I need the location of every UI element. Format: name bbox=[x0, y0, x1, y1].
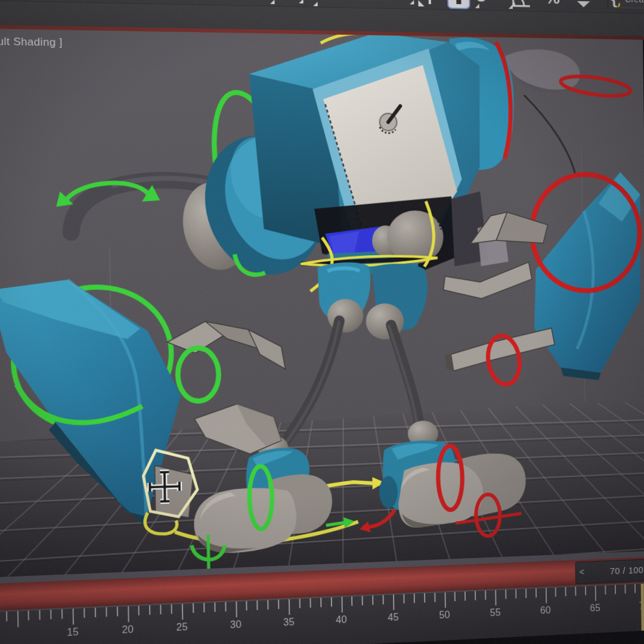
ruler-tick bbox=[225, 602, 226, 612]
ruler-tick bbox=[50, 609, 51, 619]
ruler-tick bbox=[160, 605, 161, 614]
percent-snap-toggle-icon[interactable]: % bbox=[544, 0, 574, 11]
ruler-tick bbox=[565, 587, 566, 596]
ruler-tick bbox=[73, 609, 75, 625]
ruler-tick bbox=[193, 603, 194, 613]
current-frame-marker[interactable] bbox=[640, 584, 644, 632]
frame-number-label: 40 bbox=[329, 614, 354, 626]
ruler-tick bbox=[495, 590, 496, 606]
ruler-tick bbox=[585, 586, 586, 595]
ruler-tick bbox=[39, 610, 41, 620]
ruler-tick bbox=[595, 586, 596, 600]
frame-number-label: 15 bbox=[60, 626, 86, 639]
ruler-tick bbox=[83, 608, 85, 618]
snaps-toggle-3d-icon[interactable]: 3 bbox=[475, 0, 506, 10]
ruler-tick bbox=[615, 585, 616, 594]
ruler-tick bbox=[116, 606, 117, 616]
ruler-tick bbox=[424, 593, 425, 603]
ruler-tick bbox=[624, 584, 626, 593]
ruler-tick bbox=[203, 603, 205, 612]
select-toggle-active[interactable] bbox=[447, 0, 470, 10]
ruler-tick bbox=[330, 597, 332, 607]
frame-number-label: 60 bbox=[534, 605, 558, 617]
ruler-tick bbox=[17, 611, 18, 627]
create-selection-set-field[interactable]: Creat bbox=[620, 0, 644, 10]
frame-number-label: 30 bbox=[223, 618, 249, 631]
angle-snap-toggle-icon[interactable] bbox=[508, 0, 541, 10]
ruler-tick bbox=[236, 602, 237, 617]
ruler-tick bbox=[413, 594, 414, 603]
previous-frame-arrow[interactable]: < bbox=[580, 567, 584, 577]
ruler-tick bbox=[465, 592, 466, 601]
ruler-tick bbox=[278, 600, 279, 609]
ruler-tick bbox=[383, 595, 384, 605]
ruler-tick bbox=[171, 604, 172, 614]
ruler-tick bbox=[341, 597, 342, 612]
frame-number-label: 25 bbox=[169, 621, 195, 633]
ruler-tick bbox=[555, 587, 556, 596]
flyout-indicator bbox=[313, 2, 317, 6]
viewport-shading-label[interactable]: efault Shading ] bbox=[0, 35, 63, 49]
ruler-tick bbox=[299, 599, 301, 608]
select-and-move-icon[interactable] bbox=[416, 0, 444, 8]
frame-number-label: 35 bbox=[276, 616, 301, 628]
ruler-tick bbox=[267, 600, 268, 609]
frame-number-label: 45 bbox=[381, 611, 405, 624]
ruler-tick bbox=[372, 596, 373, 605]
ruler-tick bbox=[106, 607, 107, 617]
frame-number-label: 65 bbox=[583, 602, 606, 614]
flyout-indicator bbox=[410, 0, 414, 4]
ruler-tick bbox=[515, 589, 516, 598]
ruler-tick bbox=[525, 589, 527, 597]
ruler-tick bbox=[605, 586, 606, 595]
toolbar-separator bbox=[607, 0, 609, 9]
ruler-tick bbox=[454, 592, 456, 602]
ruler-tick bbox=[182, 604, 184, 620]
ruler-tick bbox=[403, 594, 404, 603]
ruler-tick bbox=[309, 598, 311, 608]
ruler-tick bbox=[257, 600, 258, 610]
frame-number-label: 20 bbox=[114, 624, 141, 636]
ruler-tick bbox=[128, 606, 129, 623]
ruler-tick bbox=[320, 598, 321, 608]
ruler-tick bbox=[28, 611, 29, 620]
ruler-tick bbox=[575, 587, 576, 596]
time-slider-handle[interactable]: < 70 / 100 bbox=[575, 557, 644, 584]
ruler-tick bbox=[505, 590, 506, 599]
max-ui: ◣◢ 3 % bbox=[0, 0, 644, 644]
ruler-tick bbox=[246, 601, 247, 611]
viewport-canvas[interactable] bbox=[0, 29, 644, 580]
ruler-tick bbox=[545, 588, 546, 603]
ruler-tick bbox=[535, 589, 537, 597]
flyout-indicator bbox=[299, 0, 303, 4]
ruler-tick bbox=[434, 593, 435, 602]
application-window: ◣◢ 3 % bbox=[0, 0, 644, 644]
viewport[interactable]: efault Shading ] bbox=[0, 29, 644, 580]
frame-number-label: 55 bbox=[483, 607, 507, 619]
current-frame-display: 70 / 100 bbox=[610, 565, 644, 577]
ruler-tick bbox=[95, 608, 96, 617]
ruler-tick bbox=[6, 612, 7, 621]
ruler-tick bbox=[149, 605, 150, 615]
ruler-tick bbox=[289, 599, 290, 615]
ruler-tick bbox=[214, 602, 215, 612]
ruler-tick bbox=[351, 596, 352, 606]
ruler-tick bbox=[393, 595, 394, 610]
ruler-tick bbox=[362, 596, 363, 605]
ruler-tick bbox=[444, 592, 445, 608]
ruler-tick bbox=[485, 590, 486, 599]
ruler-tick bbox=[475, 591, 476, 600]
ruler-tick bbox=[61, 609, 63, 618]
frame-number-label: 50 bbox=[432, 609, 457, 621]
cropped-icon: ◣◢ bbox=[383, 0, 407, 1]
ruler-tick bbox=[634, 584, 636, 593]
spinner-snap-toggle-icon[interactable] bbox=[575, 0, 604, 11]
ruler-tick bbox=[138, 606, 140, 615]
flyout-indicator bbox=[270, 0, 274, 4]
